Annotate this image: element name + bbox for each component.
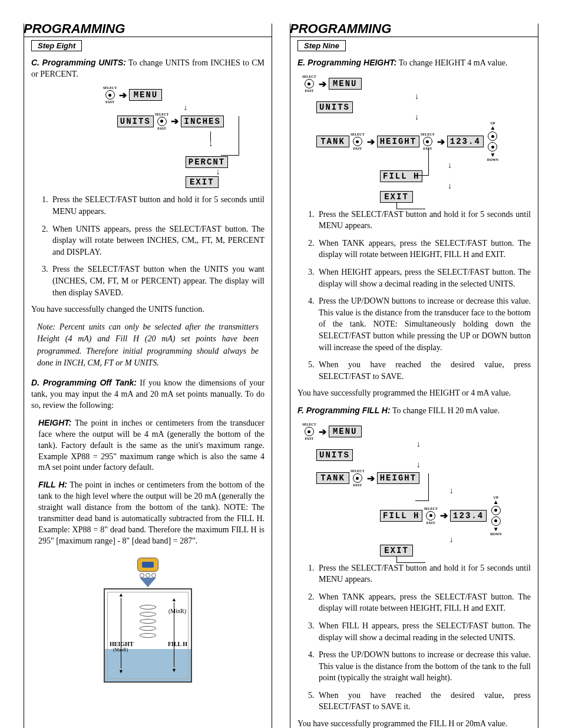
section-c-success: You have successfully changed the UNITS … (31, 304, 265, 315)
list-item: Press the SELECT/FAST button when the UN… (50, 263, 265, 298)
fillh-definition: FILL H: The point in inches or centimete… (38, 479, 265, 546)
select-fast-button-icon: SELECTFAST (302, 75, 316, 93)
list-item: When you have reached the desired value,… (316, 690, 531, 713)
down-button-icon: ▼DOWN (490, 516, 501, 536)
section-c-note: Note: Percent units can only be selected… (37, 321, 259, 369)
lcd-height: HEIGHT (377, 136, 419, 147)
tank-illustration: (MinR) ▼ HEIGHT (MaxR) ▼ FILL H (92, 553, 204, 683)
section-f-success: You have successfully programmed the FIL… (297, 719, 531, 728)
lcd-menu: MENU (329, 78, 362, 90)
list-item: When FILL H appears, press the SELECT/FA… (316, 620, 531, 643)
step-nine-label: Step Nine (297, 40, 346, 51)
list-item: Press the SELECT/FAST button and hold it… (316, 209, 531, 232)
list-item: Press the SELECT/FAST button and hold it… (316, 562, 531, 585)
list-item: When TANK appears, press the SELECT/FAST… (316, 238, 531, 261)
lcd-exit: EXIT (380, 191, 413, 203)
select-fast-button-icon: SELECTFAST (351, 469, 365, 487)
list-item: When you have reached the desired value,… (316, 359, 531, 382)
list-item: Press the UP/DOWN buttons to increase or… (316, 295, 531, 353)
list-item: When HEIGHT appears, press the SELECT/FA… (316, 266, 531, 289)
select-fast-button-icon: SELECTFAST (424, 507, 438, 525)
section-e-title: E. Programming HEIGHT: (297, 58, 397, 67)
right-column: PROGRAMMING Step Nine E. Programming HEI… (290, 24, 538, 728)
list-item: When UNITS appears, press the SELECT/FAS… (50, 223, 265, 258)
select-fast-button-icon: SELECTFAST (351, 133, 365, 150)
flow-diagram-height: SELECTFAST ➔ MENU ↓ UNITS ↓ TANK SELECTF… (302, 75, 531, 202)
section-e-intro: E. Programming HEIGHT: To change HEIGHT … (297, 57, 531, 69)
lcd-fillh: FILL H (380, 510, 422, 522)
section-d-title: D. Programming Off Tank: (31, 378, 137, 387)
height-label: HEIGHT: (38, 418, 72, 427)
flow-diagram-fillh: SELECTFAST ➔ MENU ↓ UNITS ↓ TANK SELECTF… (302, 423, 531, 556)
section-c-steps: Press the SELECT/FAST button and hold it… (31, 194, 265, 298)
section-f-steps: Press the SELECT/FAST button and hold it… (297, 562, 531, 713)
ultrasonic-waves-icon (140, 605, 156, 638)
list-item: When TANK appears, press the SELECT/FAST… (316, 591, 531, 614)
select-fast-button-icon: SELECTFAST (302, 423, 316, 440)
arrow-right-icon: ➔ (119, 90, 127, 101)
lcd-tank: TANK (316, 472, 349, 484)
list-item: Press the SELECT/FAST button and hold it… (50, 194, 265, 217)
fillh-label: FILL H: (38, 480, 67, 489)
up-button-icon: UP▲ (488, 121, 497, 141)
lcd-percent: PERCNT (186, 156, 228, 168)
select-fast-button-icon: SELECTFAST (155, 113, 169, 130)
select-fast-button-icon: SELECTFAST (103, 86, 117, 104)
section-e-steps: Press the SELECT/FAST button and hold it… (297, 209, 531, 383)
height-arrow-label: HEIGHT (110, 641, 134, 647)
sensor-icon (137, 558, 158, 587)
left-column: PROGRAMMING Step Eight C. Programming UN… (24, 24, 272, 728)
lcd-exit: EXIT (380, 545, 413, 556)
list-item: Press the UP/DOWN buttons to increase or… (316, 649, 531, 684)
lcd-value: 123.4 (450, 510, 487, 522)
lcd-exit: EXIT (186, 176, 219, 188)
lcd-units: UNITS (316, 101, 353, 113)
fillh-arrow-label: FILL H (168, 641, 187, 647)
heading-right: PROGRAMMING (290, 21, 538, 37)
section-e-success: You have successfully programmed the HEI… (297, 388, 531, 399)
section-c-title: C. Programming UNITS: (31, 58, 126, 67)
step-eight-label: Step Eight (31, 40, 82, 51)
lcd-value: 123.4 (447, 136, 484, 147)
section-f-title: F. Programming FILL H: (297, 406, 391, 415)
lcd-tank: TANK (316, 136, 349, 147)
lcd-menu: MENU (129, 89, 162, 101)
lcd-inches: INCHES (181, 116, 223, 127)
height-definition: HEIGHT: The point in inches or centimete… (38, 417, 265, 473)
down-button-icon: ▼DOWN (487, 141, 498, 162)
flow-diagram-units: SELECTFAST ➔ MENU ↓ UNITS SELECTFAST ➔ I… (31, 86, 265, 188)
maxr-label: (MaxR) (113, 648, 128, 653)
lcd-menu: MENU (329, 426, 362, 437)
section-f-intro: F. Programming FILL H: To change FILL H … (297, 405, 531, 417)
section-c-intro: C. Programming UNITS: To change UNITS fr… (31, 57, 265, 80)
lcd-height: HEIGHT (377, 472, 419, 484)
section-d-intro: D. Programming Off Tank: If you know the… (31, 377, 265, 411)
lcd-units: UNITS (117, 116, 154, 127)
lcd-units: UNITS (316, 449, 353, 461)
up-button-icon: UP▲ (491, 496, 501, 516)
heading-left: PROGRAMMING (24, 21, 272, 37)
